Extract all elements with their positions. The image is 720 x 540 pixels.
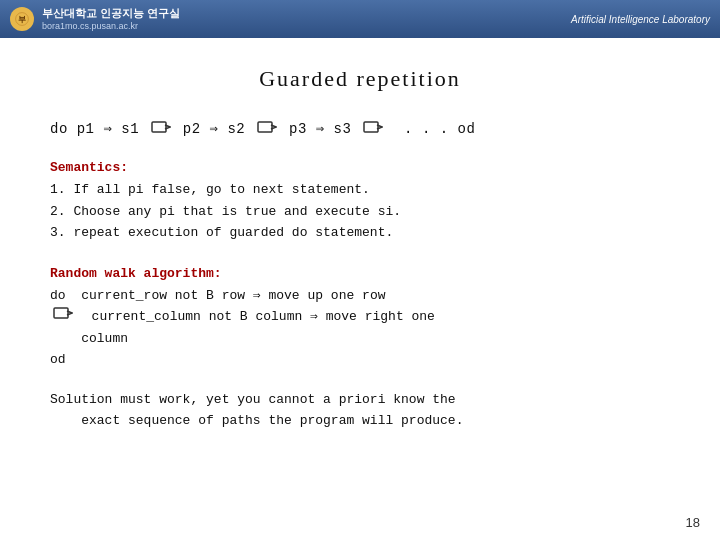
svg-text:부: 부 <box>18 15 26 24</box>
page-number: 18 <box>686 515 700 530</box>
header-left: 부 부산대학교 인공지능 연구실 bora1mo.cs.pusan.ac.kr <box>10 7 180 31</box>
semantics-section: Semantics: 1. If all pi false, go to nex… <box>50 160 670 243</box>
random-section: Random walk algorithm: do current_row no… <box>50 266 670 371</box>
semantics-label: Semantics: <box>50 160 670 175</box>
svg-rect-2 <box>152 122 166 132</box>
svg-rect-3 <box>258 122 272 132</box>
guard-symbol-3 <box>363 120 383 138</box>
semantics-item-1: 1. If all pi false, go to next statement… <box>50 179 670 200</box>
semantics-item-3: 3. repeat execution of guarded do statem… <box>50 222 670 243</box>
semantics-item-2: 2. Choose any pi that is true and execut… <box>50 201 670 222</box>
do-line: do p1 ⇒ s1 p2 ⇒ s2 p3 ⇒ s3 . . . od <box>50 120 670 138</box>
random-line-2: current_column not B column ⇒ move right… <box>50 306 670 328</box>
university-name: 부산대학교 인공지능 연구실 <box>42 7 180 20</box>
logo-icon: 부 <box>10 7 34 31</box>
solution-line-2: exact sequence of paths the program will… <box>50 410 670 431</box>
random-line-3: column <box>50 328 670 349</box>
guard-symbol-1 <box>151 120 171 138</box>
guard-symbol-4 <box>53 306 73 327</box>
guard-symbol-2 <box>257 120 277 138</box>
header-bar: 부 부산대학교 인공지능 연구실 bora1mo.cs.pusan.ac.kr … <box>0 0 720 38</box>
semantics-body: 1. If all pi false, go to next statement… <box>50 179 670 243</box>
solution-line-1: Solution must work, yet you cannot a pri… <box>50 389 670 410</box>
main-content: Guarded repetition do p1 ⇒ s1 p2 ⇒ s2 p3… <box>0 38 720 451</box>
random-line-4: od <box>50 349 670 370</box>
random-body: do current_row not B row ⇒ move up one r… <box>50 285 670 371</box>
solution-section: Solution must work, yet you cannot a pri… <box>50 389 670 432</box>
slide-title: Guarded repetition <box>50 66 670 92</box>
svg-rect-5 <box>54 308 68 318</box>
website-url: bora1mo.cs.pusan.ac.kr <box>42 21 180 31</box>
svg-rect-4 <box>364 122 378 132</box>
random-line-1: do current_row not B row ⇒ move up one r… <box>50 285 670 306</box>
random-label: Random walk algorithm: <box>50 266 670 281</box>
lab-name: Artificial Intelligence Laboratory <box>571 14 710 25</box>
header-text: 부산대학교 인공지능 연구실 bora1mo.cs.pusan.ac.kr <box>42 7 180 30</box>
